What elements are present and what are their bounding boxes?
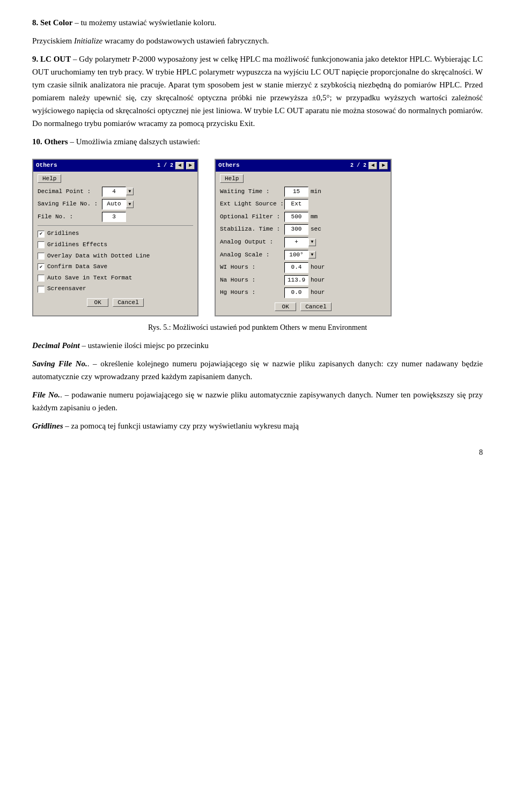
checkbox-autosave-label: Auto Save in Text Format: [47, 274, 132, 283]
main-content: 8. Set Color – tu możemy ustawiać wyświe…: [32, 16, 483, 432]
page-number: 8: [32, 448, 483, 457]
dialog-1-next-btn[interactable]: ►: [186, 162, 195, 169]
checkbox-gridlines[interactable]: [38, 231, 45, 238]
dialog-2-ok-button[interactable]: OK: [275, 302, 296, 311]
ext-light-value[interactable]: Ext: [284, 199, 308, 210]
dialog-2-cancel-button[interactable]: Cancel: [300, 302, 332, 311]
dialog-1-checkboxes: Gridlines Gridlines Effects Overlay Data…: [38, 229, 193, 294]
checkbox-row-gridlines-effects[interactable]: Gridlines Effects: [38, 240, 193, 250]
wi-hours-value[interactable]: 0.4: [284, 262, 308, 273]
file-no-value[interactable]: 3: [102, 212, 126, 223]
dialog-2-title: Others: [218, 161, 240, 171]
dialog-1-fields: Decimal Point : 4 ▼ Saving File No. : Au…: [38, 187, 193, 223]
field-row-stabiliza-time: Stabiliza. Time : 300 sec: [220, 224, 386, 235]
analog-scale-dropdown[interactable]: ▼: [308, 251, 316, 259]
field-row-wi-hours: WI Hours : 0.4 hour: [220, 262, 386, 273]
section-9-title: 9. LC OUT: [32, 55, 71, 63]
checkbox-row-autosave[interactable]: Auto Save in Text Format: [38, 274, 193, 283]
dialog-1-ok-button[interactable]: OK: [87, 298, 108, 307]
checkbox-screensaver-label: Screensaver: [47, 284, 86, 294]
dialog-2-fields: Waiting Time : 15 min Ext Light Source :…: [220, 187, 386, 298]
dialog-2-prev-btn[interactable]: ◄: [369, 162, 377, 169]
checkbox-gridlines-effects[interactable]: [38, 241, 45, 248]
wi-hours-unit: hour: [311, 263, 325, 272]
field-row-saving-file: Saving File No. : Auto ▼: [38, 199, 193, 210]
dialog-2-next-btn[interactable]: ►: [379, 162, 388, 169]
paragraph-8: 8. Set Color – tu możemy ustawiać wyświe…: [32, 16, 483, 29]
ext-light-label: Ext Light Source :: [220, 200, 284, 209]
dialog-2-titlebar: Others 2 / 2 ◄ ►: [216, 160, 391, 172]
optional-filter-unit: mm: [311, 212, 318, 222]
paragraph-file-no: File No.. – podawanie numeru pojawiające…: [32, 388, 483, 414]
analog-output-label: Analog Output :: [220, 238, 284, 247]
optional-filter-value[interactable]: 500: [284, 212, 308, 223]
paragraph-saving-file-no: Saving File No.. – określenie kolejnego …: [32, 357, 483, 383]
checkbox-row-confirm[interactable]: Confirm Data Save: [38, 262, 193, 272]
dialog-1-page: 1 / 2: [157, 161, 173, 170]
optional-filter-label: Optional Filter :: [220, 212, 284, 222]
paragraph-initialize: Przyciskiem Initialize wracamy do podsta…: [32, 34, 483, 47]
checkbox-autosave[interactable]: [38, 275, 45, 282]
field-row-waiting-time: Waiting Time : 15 min: [220, 187, 386, 197]
saving-file-dropdown[interactable]: ▼: [126, 201, 134, 208]
paragraph-gridlines: Gridlines – za pomocą tej funkcji ustawi…: [32, 419, 483, 432]
dialog-1-titlebar: Others 1 / 2 ◄ ►: [33, 160, 197, 172]
field-row-file-no: File No. : 3: [38, 212, 193, 223]
saving-file-value[interactable]: Auto: [102, 199, 126, 210]
dialog-2-help-button[interactable]: Help: [220, 174, 244, 183]
wi-hours-label: WI Hours :: [220, 263, 284, 272]
decimal-point-label: Decimal Point :: [38, 187, 102, 197]
checkbox-row-screensaver[interactable]: Screensaver: [38, 284, 193, 294]
dialog-others-2[interactable]: Others 2 / 2 ◄ ► Help Waiting Time : 15 …: [215, 159, 392, 316]
waiting-time-value[interactable]: 15: [284, 187, 308, 197]
dialog-1-cancel-button[interactable]: Cancel: [113, 298, 144, 307]
dialogs-container: Others 1 / 2 ◄ ► Help Decimal Point : 4 …: [32, 159, 483, 316]
dialog-1-help-row: Help: [38, 174, 193, 183]
dialog-1-ok-row: OK Cancel: [38, 298, 193, 307]
decimal-point-dropdown[interactable]: ▼: [126, 188, 134, 195]
field-row-na-hours: Na Hours : 113.9 hour: [220, 275, 386, 286]
stabiliza-time-value[interactable]: 300: [284, 224, 308, 235]
stabiliza-time-unit: sec: [311, 225, 321, 234]
hg-hours-value[interactable]: 0.0: [284, 287, 308, 298]
checkbox-gridlines-label: Gridlines: [47, 229, 79, 239]
field-row-ext-light: Ext Light Source : Ext: [220, 199, 386, 210]
dialog-2-ok-row: OK Cancel: [220, 302, 386, 311]
paragraph-9: 9. LC OUT – Gdy polarymetr P-2000 wyposa…: [32, 53, 483, 130]
hg-hours-unit: hour: [311, 288, 325, 298]
analog-scale-value[interactable]: 100°: [284, 250, 308, 261]
field-row-analog-output: Analog Output : + ▼: [220, 237, 386, 248]
field-row-optional-filter: Optional Filter : 500 mm: [220, 212, 386, 223]
field-row-decimal-point: Decimal Point : 4 ▼: [38, 187, 193, 197]
checkbox-screensaver[interactable]: [38, 286, 45, 293]
analog-scale-label: Analog Scale :: [220, 250, 284, 260]
na-hours-value[interactable]: 113.9: [284, 275, 308, 286]
dialog-1-prev-btn[interactable]: ◄: [175, 162, 184, 169]
analog-output-dropdown[interactable]: ▼: [308, 239, 316, 246]
checkbox-row-gridlines[interactable]: Gridlines: [38, 229, 193, 239]
dialog-1-titlebar-right: 1 / 2 ◄ ►: [157, 161, 195, 170]
paragraph-decimal-point: Decimal Point – ustawienie ilości miejsc…: [32, 339, 483, 352]
figure-caption: Rys. 5.: Możliwości ustawień pod punktem…: [32, 322, 483, 334]
dialog-others-1[interactable]: Others 1 / 2 ◄ ► Help Decimal Point : 4 …: [32, 159, 198, 316]
paragraph-10: 10. Others – Umożliwia zmianę dalszych u…: [32, 135, 483, 148]
waiting-time-unit: min: [311, 187, 321, 197]
na-hours-unit: hour: [311, 276, 325, 285]
decimal-point-value[interactable]: 4: [102, 187, 126, 197]
dialog-2-titlebar-right: 2 / 2 ◄ ►: [350, 161, 388, 170]
dialog-1-help-button[interactable]: Help: [38, 174, 61, 183]
stabiliza-time-label: Stabiliza. Time :: [220, 225, 284, 234]
section-10-title: 10. Others: [32, 137, 68, 146]
analog-output-value[interactable]: +: [284, 237, 308, 248]
checkbox-row-overlay[interactable]: Overlay Data with Dotted Line: [38, 252, 193, 261]
dialog-1-body: Help Decimal Point : 4 ▼ Saving File No.…: [33, 172, 197, 311]
saving-file-label: Saving File No. :: [38, 200, 102, 209]
waiting-time-label: Waiting Time :: [220, 187, 284, 197]
checkbox-overlay[interactable]: [38, 253, 45, 260]
field-row-hg-hours: Hg Hours : 0.0 hour: [220, 287, 386, 298]
checkbox-confirm[interactable]: [38, 263, 45, 270]
field-row-analog-scale: Analog Scale : 100° ▼: [220, 250, 386, 261]
dialog-2-help-row: Help: [220, 174, 386, 183]
dialog-1-title: Others: [36, 161, 57, 171]
file-no-label: File No. :: [38, 212, 102, 222]
